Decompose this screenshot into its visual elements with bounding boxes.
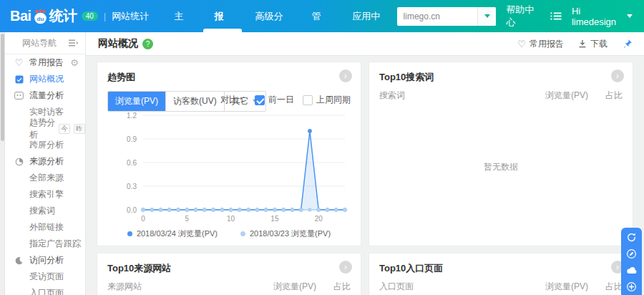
site-select-dropdown[interactable]: limego.cn [397, 7, 497, 26]
pie-chart-icon [14, 158, 24, 166]
yesterday-badge[interactable]: 昨 [74, 124, 85, 134]
top10-entry-pages-panel: Top10入口页面 入口页面 浏览量(PV) 占比 [369, 253, 633, 295]
nav-item-report[interactable]: 报告 [203, 0, 243, 32]
compare-option-previous-day[interactable]: 前一日 [255, 94, 294, 106]
favorite-report-button[interactable]: ♡ 常用报告 [517, 38, 564, 50]
add-icon[interactable] [625, 281, 638, 292]
logo-text-suffix: 统计 [49, 6, 77, 26]
page-title: 网站概况 [98, 37, 138, 50]
svg-text:20: 20 [315, 215, 323, 223]
today-badge[interactable]: 今 [59, 124, 70, 134]
floating-toolbar [621, 228, 642, 295]
legend-dot-icon [240, 231, 245, 236]
logo-version-badge: 40 [82, 11, 98, 21]
collapse-menu-icon[interactable] [69, 39, 78, 47]
svg-text:0.9: 0.9 [127, 135, 137, 143]
list-menu-icon[interactable] [550, 11, 562, 21]
sidebar-nav-title: 网站导航 [22, 37, 57, 49]
nav-item-app-center[interactable]: 应用中心 [340, 0, 396, 32]
download-icon [578, 39, 587, 48]
logo-divider: | [104, 11, 106, 21]
sidebar-item-visited-pages[interactable]: 受访页面 [5, 269, 85, 285]
sidebar-item-entry-pages[interactable]: 入口页面 [5, 285, 85, 295]
column-header-pv: 浏览量(PV) [260, 281, 316, 293]
cloud-icon[interactable] [625, 264, 638, 276]
sidebar-item-label: 全部来源 [29, 172, 64, 184]
column-header-name: 搜索词 [379, 90, 532, 102]
legend-item-yesterday[interactable]: 2018/03/23 浏览量(PV) [240, 228, 331, 239]
panel-expand-arrow-icon[interactable] [339, 261, 352, 274]
table-header-row: 搜索词 浏览量(PV) 占比 [369, 84, 633, 102]
sidebar-item-trend-analysis[interactable]: 趋势分析 今 昨 [5, 120, 85, 137]
baidu-paw-icon: du [32, 8, 49, 25]
compare-controls: 对比： 前一日 上周同期 [220, 94, 351, 106]
sidebar-item-label: 受访页面 [29, 271, 64, 283]
sidebar-item-label: 常用报告 [29, 57, 64, 69]
trend-line-chart[interactable]: 0.00.30.60.91.205101520 [97, 108, 361, 228]
sidebar-scrollbar[interactable] [0, 32, 5, 295]
sidebar: 网站导航 ♡ 常用报告 ⚙ 网站概况 流量分析 实时访客 [0, 32, 86, 295]
sidebar-item-all-sources[interactable]: 全部来源 [5, 170, 85, 186]
checkbox-same-week[interactable] [303, 95, 313, 105]
panel-title: Top10来源网站 [97, 253, 361, 275]
chart-legend: 2018/03/24 浏览量(PV) 2018/03/23 浏览量(PV) [97, 228, 361, 239]
gear-icon[interactable]: ⚙ [70, 57, 79, 68]
sidebar-item-label: 入口页面 [29, 287, 64, 295]
legend-item-today[interactable]: 2018/03/24 浏览量(PV) [127, 228, 218, 239]
user-menu[interactable]: Hi limedesign [572, 6, 633, 27]
compare-label: 对比： [220, 94, 246, 106]
sidebar-item-label: 跨屏分析 [29, 139, 64, 151]
sidebar-item-common-reports[interactable]: ♡ 常用报告 ⚙ [5, 54, 85, 71]
sidebar-item-external-links[interactable]: 外部链接 [5, 219, 85, 236]
sidebar-item-site-overview[interactable]: 网站概况 [5, 71, 85, 87]
svg-text:0.3: 0.3 [127, 183, 137, 190]
top10-search-words-panel: Top10搜索词 搜索词 浏览量(PV) 占比 暂无数据 [369, 62, 633, 246]
nav-item-advanced-analysis[interactable]: 高级分析 [243, 0, 299, 32]
refresh-icon[interactable] [625, 231, 638, 243]
help-center-link[interactable]: 帮助中心 [506, 4, 540, 29]
scrollbar-thumb[interactable] [1, 34, 4, 141]
column-header-pv: 浏览量(PV) [532, 90, 588, 102]
panel-title: 趋势图 [97, 62, 361, 84]
sidebar-item-source-analysis[interactable]: 来源分析 [5, 153, 85, 170]
pin-icon[interactable] [622, 39, 633, 49]
sidebar-item-search-words[interactable]: 搜索词 [5, 203, 85, 219]
svg-text:0.0: 0.0 [127, 206, 137, 214]
sidebar-item-label: 来源分析 [29, 155, 64, 168]
panel-title: Top10入口页面 [369, 253, 633, 275]
user-label: Hi limedesign [572, 6, 623, 27]
compare-option-same-week[interactable]: 上周同期 [303, 94, 351, 106]
baidu-tongji-logo[interactable]: Bai du 统计 40 | 网站统计 [0, 6, 149, 26]
heart-icon: ♡ [14, 57, 24, 68]
moon-icon [14, 256, 24, 265]
sidebar-item-cross-screen[interactable]: 跨屏分析 [5, 137, 85, 153]
help-question-icon[interactable]: ? [142, 39, 153, 49]
sidebar-item-search-engines[interactable]: 搜索引擎 [5, 186, 85, 203]
favorite-report-label: 常用报告 [530, 38, 564, 50]
download-button[interactable]: 下载 [578, 38, 608, 50]
page-header-actions: ♡ 常用报告 下载 [517, 38, 633, 50]
top-header: Bai du 统计 40 | 网站统计 主页 报告 高级分析 管理 应用中心 l… [0, 0, 644, 32]
panel-expand-arrow-icon[interactable] [339, 69, 352, 82]
sidebar-item-ad-tracking[interactable]: 指定广告跟踪 [5, 236, 85, 252]
svg-text:15: 15 [270, 215, 279, 223]
column-header-pv: 浏览量(PV) [532, 281, 588, 293]
chevron-down-icon [484, 14, 490, 18]
feedback-edit-icon[interactable] [625, 248, 638, 259]
top10-referrer-sites-panel: Top10来源网站 来源网站 浏览量(PV) 占比 [97, 253, 361, 295]
svg-text:1.2: 1.2 [127, 112, 137, 120]
sidebar-item-visit-analysis[interactable]: 访问分析 [5, 252, 85, 269]
sidebar-item-traffic-analysis[interactable]: 流量分析 [5, 87, 85, 104]
nav-item-manage[interactable]: 管理 [300, 0, 341, 32]
checkbox-previous-day[interactable] [255, 95, 265, 105]
panel-title: Top10搜索词 [369, 62, 633, 84]
site-select-button[interactable] [477, 7, 496, 26]
svg-text:du: du [36, 15, 44, 21]
panel-expand-arrow-icon[interactable] [611, 69, 624, 82]
sidebar-item-label: 外部链接 [29, 221, 64, 233]
svg-text:10: 10 [227, 215, 235, 223]
column-header-name: 入口页面 [379, 281, 532, 293]
column-header-ratio: 占比 [588, 90, 623, 102]
nav-item-home[interactable]: 主页 [162, 0, 203, 32]
heart-icon: ♡ [517, 39, 526, 49]
